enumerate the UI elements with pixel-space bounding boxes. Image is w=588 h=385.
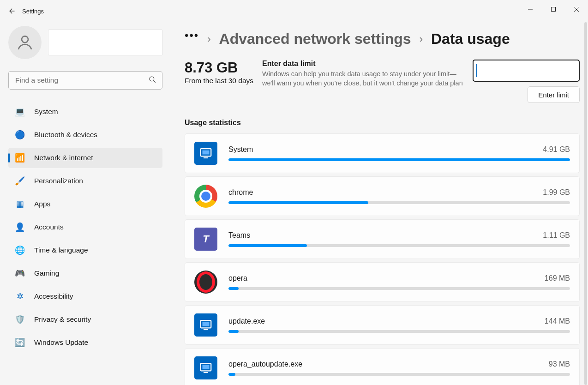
app-usage-size: 169 MB [545,274,570,283]
app-name: System [228,145,253,154]
bluetooth-icon: 🔵 [15,130,25,140]
usage-row[interactable]: update.exe144 MB [185,305,580,345]
usage-row-body: chrome1.99 GB [228,188,570,204]
svg-point-5 [150,77,154,81]
update-app-icon [194,356,217,379]
sidebar-item-time-language[interactable]: 🌐Time & language [8,240,162,260]
window-title: Settings [22,8,44,15]
usage-bar [228,158,570,161]
usage-row[interactable]: System4.91 GB [185,133,580,173]
vertical-scrollbar[interactable] [584,22,587,385]
app-usage-size: 1.11 GB [543,231,570,240]
sidebar-item-network-internet[interactable]: 📶Network & internet [8,148,162,168]
usage-bar-fill [228,158,570,161]
sidebar-item-system[interactable]: 💻System [8,102,162,122]
app-name: opera_autoupdate.exe [228,360,302,368]
usage-bar [228,287,570,290]
sidebar-item-label: Accounts [34,223,64,231]
data-limit-description: Enter data limit Windows can help you tr… [262,60,465,88]
enter-limit-button[interactable]: Enter limit [528,86,580,103]
search-icon [148,75,156,85]
update-app-icon [194,313,217,337]
window-controls [519,0,588,18]
app-name: chrome [228,188,253,197]
accounts-icon: 👤 [15,222,25,232]
usage-bar [228,201,570,204]
sidebar-item-privacy-security[interactable]: 🛡️Privacy & security [8,309,162,330]
usage-row-body: opera_autoupdate.exe93 MB [228,360,570,376]
sidebar-item-bluetooth-devices[interactable]: 🔵Bluetooth & devices [8,125,162,145]
app-usage-size: 1.99 GB [543,188,570,197]
user-box[interactable] [8,26,162,59]
sidebar-item-label: Bluetooth & devices [34,131,97,139]
privacy-icon: 🛡️ [15,314,25,325]
usage-bar-fill [228,287,239,290]
sidebar-item-label: Time & language [34,246,88,254]
apps-icon: ▦ [15,199,25,209]
sidebar-item-label: Network & internet [34,154,93,162]
sidebar-item-apps[interactable]: ▦Apps [8,194,162,214]
app-usage-size: 144 MB [545,317,570,325]
personalization-icon: 🖌️ [15,176,25,186]
maximize-button[interactable] [542,0,565,18]
usage-bar-fill [228,201,368,204]
opera-app-icon [194,271,217,294]
page-title: Data usage [431,30,510,48]
usage-bar [228,244,570,247]
titlebar: Settings [0,0,588,22]
sidebar-item-label: Accessibility [34,292,73,301]
search-box[interactable] [8,71,162,90]
sidebar-item-label: Privacy & security [34,315,91,324]
teams-app-icon: T [194,228,217,251]
usage-bar-fill [228,244,307,247]
breadcrumb-overflow-button[interactable]: ••• [185,29,199,42]
sidebar-item-gaming[interactable]: 🎮Gaming [8,263,162,283]
sidebar-item-label: System [34,108,58,116]
sidebar-item-accounts[interactable]: 👤Accounts [8,217,162,237]
breadcrumb: ••• › Advanced network settings › Data u… [185,30,580,48]
usage-row-body: update.exe144 MB [228,317,570,333]
user-name-field [48,30,162,55]
svg-line-6 [154,81,156,83]
app-usage-size: 4.91 GB [543,145,570,154]
interface-dropdown[interactable] [473,60,580,82]
chrome-app-icon [194,185,217,208]
usage-row[interactable]: TTeams1.11 GB [185,219,580,259]
accessibility-icon: ✲ [15,291,25,301]
usage-row-body: Teams1.11 GB [228,231,570,247]
sidebar-item-label: Windows Update [34,338,88,347]
back-button[interactable] [0,0,22,22]
chevron-right-icon: › [420,33,423,45]
sidebar-item-label: Personalization [34,177,83,185]
usage-bar-fill [228,330,239,333]
chevron-right-icon: › [207,33,210,45]
sidebar-item-label: Apps [34,200,50,208]
usage-row[interactable]: chrome1.99 GB [185,176,580,216]
usage-statistics-list: System4.91 GBchrome1.99 GBTTeams1.11 GBo… [185,133,580,385]
system-icon: 💻 [15,107,25,117]
data-limit-controls: Enter limit [465,60,580,103]
total-usage-value: 8.73 GB [185,60,262,76]
app-name: opera [228,274,247,283]
breadcrumb-parent-link[interactable]: Advanced network settings [219,30,411,48]
windows-icon: 🔄 [15,337,25,348]
nav: 💻System🔵Bluetooth & devices📶Network & in… [8,102,162,353]
search-input[interactable] [14,76,148,85]
sidebar-item-windows-update[interactable]: 🔄Windows Update [8,332,162,353]
app-name: Teams [228,231,250,240]
app-name: update.exe [228,317,265,325]
avatar [8,26,42,59]
sidebar: 💻System🔵Bluetooth & devices📶Network & in… [0,22,171,385]
minimize-button[interactable] [519,0,542,18]
usage-row[interactable]: opera_autoupdate.exe93 MB [185,348,580,385]
app-usage-size: 93 MB [549,360,570,368]
close-button[interactable] [565,0,588,18]
sidebar-item-accessibility[interactable]: ✲Accessibility [8,286,162,307]
svg-rect-14 [203,365,210,369]
usage-summary: 8.73 GB From the last 30 days [185,60,262,86]
svg-rect-1 [552,7,556,12]
usage-row[interactable]: opera169 MB [185,262,580,302]
usage-row-body: opera169 MB [228,274,570,290]
usage-period-label: From the last 30 days [185,76,262,86]
sidebar-item-personalization[interactable]: 🖌️Personalization [8,171,162,191]
